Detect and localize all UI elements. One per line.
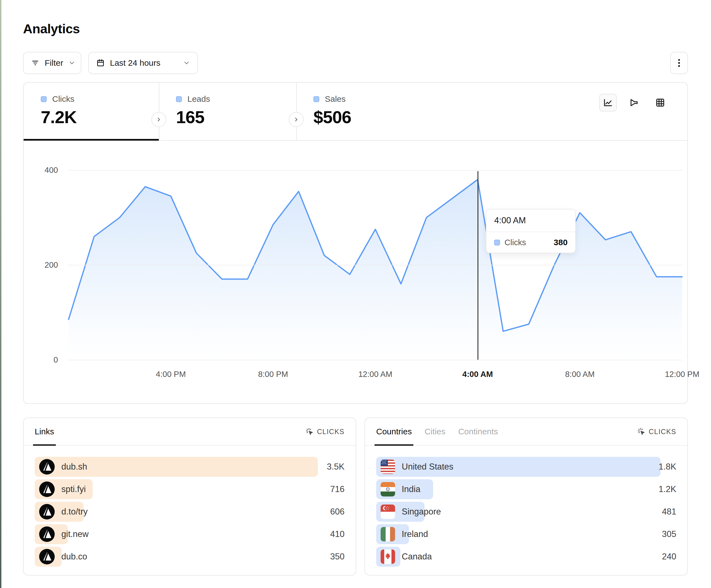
link-row-git.new[interactable]: git.new410: [35, 524, 345, 544]
chart-series-clicks: [69, 156, 682, 360]
country-row-singapore[interactable]: Singapore481: [376, 502, 676, 522]
expand-clicks-button[interactable]: [151, 112, 166, 127]
y-axis-tick: 0: [53, 355, 58, 364]
x-axis-tick: 8:00 AM: [565, 370, 595, 379]
tab-countries-label: Countries: [376, 427, 412, 436]
row-label: Canada: [402, 552, 432, 562]
stat-value: $506: [314, 107, 491, 127]
stat-value: 7.2K: [41, 107, 159, 127]
filter-icon: [31, 59, 40, 67]
links-list: dub.sh3.5K spti.fyi716 d.to/try606 git.n…: [35, 457, 345, 569]
date-range-label: Last 24 hours: [110, 58, 160, 68]
filter-button[interactable]: Filter: [23, 52, 81, 74]
divider: [296, 83, 297, 141]
dub-logo-icon: [39, 504, 55, 520]
row-label: d.to/try: [61, 507, 88, 517]
row-label: dub.co: [61, 552, 87, 562]
row-label: Ireland: [402, 529, 428, 539]
row-value: 240: [662, 552, 676, 562]
ie-flag-icon: [381, 527, 395, 541]
tab-cities-label: Cities: [425, 427, 445, 436]
filter-button-label: Filter: [45, 58, 63, 68]
row-value: 606: [330, 507, 345, 517]
links-panel-header: Links CLICKS: [24, 418, 356, 446]
line-chart-view-button[interactable]: [599, 94, 617, 112]
tab-links[interactable]: Links: [35, 418, 54, 445]
row-value: 1.8K: [659, 462, 676, 472]
page-title: Analytics: [23, 21, 80, 36]
chevron-down-icon: [68, 59, 76, 67]
x-axis-tick: 12:00 AM: [359, 370, 392, 379]
funnel-chart-icon: [629, 97, 639, 108]
dub-logo-icon: [39, 481, 55, 497]
tooltip-value: 380: [554, 238, 567, 247]
row-label: United States: [402, 462, 453, 472]
clicks-area-chart[interactable]: 4:00 AM Clicks 380 40020004:00 PM8:00 PM…: [69, 156, 682, 360]
stat-label: Leads: [187, 94, 210, 104]
link-row-d.to/try[interactable]: d.to/try606: [35, 502, 345, 522]
us-flag-icon: [381, 459, 395, 474]
links-panel: Links CLICKS dub.sh3.5K spti.fyi716 d.to…: [23, 417, 356, 575]
tab-leads[interactable]: Leads 165: [159, 83, 296, 140]
geo-metric-selector[interactable]: CLICKS: [637, 427, 676, 436]
row-value: 3.5K: [327, 462, 345, 472]
row-value: 716: [330, 484, 345, 494]
chart-view-toggles: [599, 94, 669, 112]
dub-logo-icon: [39, 526, 55, 542]
date-range-button[interactable]: Last 24 hours: [88, 52, 198, 74]
x-axis-tick: 4:00 AM: [462, 370, 493, 379]
cursor-click-icon: [637, 427, 645, 436]
stat-value: 165: [176, 107, 296, 127]
link-row-dub.sh[interactable]: dub.sh3.5K: [35, 457, 345, 477]
tab-continents[interactable]: Continents: [458, 418, 498, 445]
tooltip-legend-chip: [494, 240, 500, 246]
calendar-icon: [96, 59, 105, 67]
divider: [159, 83, 159, 141]
stats-row: Clicks 7.2K Leads 165 Sales $506: [24, 83, 687, 141]
link-row-spti.fyi[interactable]: spti.fyi716: [35, 479, 345, 499]
country-row-canada[interactable]: Canada240: [376, 547, 676, 567]
tab-sales[interactable]: Sales $506: [296, 83, 491, 140]
row-label: spti.fyi: [61, 484, 86, 494]
links-metric-label: CLICKS: [317, 428, 345, 436]
x-axis-tick: 12:00 PM: [665, 370, 699, 379]
row-label: India: [402, 484, 420, 494]
tab-countries[interactable]: Countries: [376, 418, 412, 445]
row-value: 350: [330, 552, 345, 562]
chevron-right-icon: [293, 116, 299, 122]
chart-tooltip: 4:00 AM Clicks 380: [486, 209, 576, 253]
dub-logo-icon: [39, 459, 55, 475]
dub-logo-icon: [39, 549, 55, 564]
sg-flag-icon: [381, 504, 395, 519]
tab-clicks[interactable]: Clicks 7.2K: [24, 83, 159, 140]
links-metric-selector[interactable]: CLICKS: [305, 427, 345, 436]
country-row-ireland[interactable]: Ireland305: [376, 524, 676, 544]
y-axis-tick: 200: [45, 261, 58, 270]
gridline: [69, 170, 682, 171]
geo-panel-header: Countries Cities Continents CLICKS: [365, 418, 687, 446]
tooltip-series-label: Clicks: [504, 238, 526, 247]
tab-continents-label: Continents: [458, 427, 498, 436]
ca-flag-icon: [381, 549, 395, 564]
country-row-united-states[interactable]: United States1.8K: [376, 457, 676, 477]
funnel-chart-view-button[interactable]: [625, 94, 643, 112]
country-row-india[interactable]: India1.2K: [376, 479, 676, 499]
x-axis-tick: 8:00 PM: [258, 370, 288, 379]
tab-cities[interactable]: Cities: [425, 418, 445, 445]
row-value: 410: [330, 529, 345, 539]
active-tab-underline: [24, 139, 159, 141]
more-options-button[interactable]: [670, 52, 688, 74]
row-value: 305: [662, 529, 676, 539]
window-edge: [0, 0, 1, 588]
chart-crosshair: [477, 171, 478, 360]
expand-leads-button[interactable]: [289, 112, 304, 127]
gridline: [69, 265, 682, 266]
y-axis-tick: 400: [45, 165, 58, 175]
table-view-button[interactable]: [651, 94, 669, 112]
link-row-dub.co[interactable]: dub.co350: [35, 547, 345, 567]
countries-list: United States1.8K India1.2K Singapore481…: [376, 457, 676, 569]
analytics-page: Analytics Filter Last 24 hours Cli: [0, 0, 711, 588]
row-label: dub.sh: [61, 462, 87, 472]
kebab-menu-icon: [675, 58, 683, 68]
geo-panel: Countries Cities Continents CLICKS Unite…: [365, 417, 688, 575]
